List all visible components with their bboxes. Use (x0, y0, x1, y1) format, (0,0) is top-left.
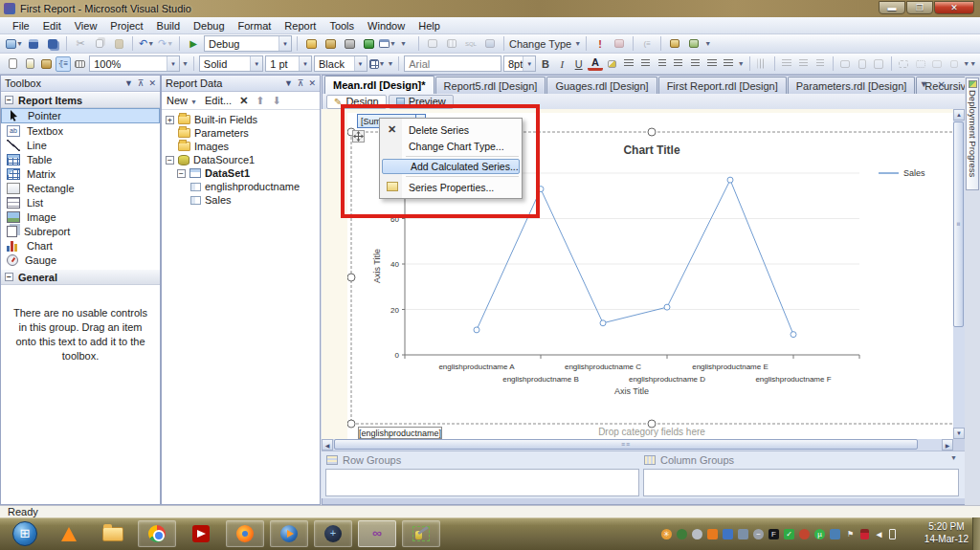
resize-handle-left[interactable] (347, 274, 355, 281)
align-tops-icon[interactable] (780, 56, 794, 72)
scrollbar-thumb[interactable]: ≡≡ (334, 439, 918, 450)
window-position-icon[interactable]: ▼ (124, 78, 133, 88)
resize-handle-bottom-left[interactable] (347, 420, 355, 428)
close-document-icon[interactable]: ✕ (938, 79, 946, 90)
tree-item-dataset1[interactable]: −DataSet1 (162, 166, 320, 180)
edit-button[interactable]: Edit... (205, 95, 232, 106)
toolbox-item-rectangle[interactable]: Rectangle (1, 181, 160, 195)
close-panel-icon[interactable]: ✕ (308, 78, 316, 88)
menu-item-add-calculated-series[interactable]: Add Calculated Series... (382, 159, 520, 174)
tray-flag-icon[interactable]: ⚑ (845, 529, 856, 539)
drop-category-hint[interactable]: Drop category fields here (598, 427, 705, 437)
add-new-icon[interactable] (666, 36, 683, 52)
tree-item-sales[interactable]: Sales (162, 193, 320, 207)
ruler-icon[interactable] (73, 56, 87, 72)
menu-help[interactable]: Help (412, 18, 447, 33)
redo-icon[interactable]: ↷▼ (157, 36, 174, 52)
tree-item-englishproductname[interactable]: englishproductname (162, 180, 320, 193)
chart-title[interactable]: Chart Title (623, 143, 679, 157)
new-menu-button[interactable]: New ▼ (167, 95, 197, 106)
grid-icon[interactable] (443, 36, 460, 52)
center-vertical-icon[interactable] (947, 56, 961, 72)
font-color-icon[interactable]: A (588, 57, 602, 71)
make-equal-icon[interactable] (897, 56, 911, 72)
collapse-icon[interactable]: − (177, 169, 186, 178)
start-debug-icon[interactable]: ▶ (185, 36, 202, 52)
scroll-down-icon[interactable]: ▼ (953, 428, 965, 439)
tab-report5-rdl[interactable]: Report5.rdl [Design] (435, 77, 546, 94)
tab-list-dropdown-icon[interactable]: ▼ (920, 79, 928, 90)
same-width-icon[interactable] (838, 56, 853, 72)
pin-icon[interactable]: ⊼ (138, 78, 145, 88)
category-field-chip[interactable]: [englishproductname] (358, 427, 442, 439)
toolbox-item-textbox[interactable]: ab Textbox (1, 123, 160, 138)
toolbox-group-general[interactable]: −General (1, 269, 160, 285)
collapse-icon[interactable]: − (166, 156, 174, 165)
tray-shield-icon[interactable] (830, 529, 840, 539)
menu-debug[interactable]: Debug (187, 18, 231, 33)
cut-icon[interactable]: ✂ (72, 36, 89, 52)
taskbar-vlc[interactable] (50, 520, 88, 547)
taskbar-firefox[interactable] (226, 520, 264, 547)
sql-icon[interactable]: SQL (462, 36, 479, 52)
size-to-grid-icon[interactable] (913, 56, 927, 72)
borders-icon[interactable]: ▼ (369, 56, 386, 72)
align-lefts-icon[interactable] (755, 56, 769, 72)
paste-icon[interactable] (110, 36, 127, 52)
tray-flash-icon[interactable]: F (768, 529, 779, 539)
new-project-icon[interactable]: ▼ (6, 36, 23, 52)
font-combo[interactable]: Arial (404, 55, 501, 72)
taskbar-clock[interactable]: 5:20 PM 14-Mar-12 (924, 520, 969, 545)
underline-icon[interactable]: U (571, 56, 586, 72)
menu-item-change-chart-type[interactable]: Change Chart Type... (381, 138, 521, 154)
taskbar-chrome[interactable] (138, 520, 176, 547)
numbered-list-icon[interactable] (671, 56, 685, 72)
border-color-combo[interactable]: Black▼ (314, 55, 368, 72)
start-button[interactable]: ⊞ (6, 520, 44, 547)
toolbox-item-subreport[interactable]: Subreport (1, 224, 160, 238)
other-windows-icon[interactable]: ▼ (379, 36, 396, 52)
menu-edit[interactable]: Edit (36, 18, 68, 33)
save-all-icon[interactable] (44, 36, 61, 52)
taskbar-sql-bids[interactable] (402, 520, 440, 547)
tray-sync-ok-icon[interactable]: ✓ (784, 529, 794, 539)
bold-icon[interactable]: B (538, 56, 552, 72)
align-left-icon[interactable] (621, 56, 635, 72)
column-groups-box[interactable] (643, 469, 959, 496)
start-page-icon[interactable] (360, 36, 377, 52)
toolbox-item-list[interactable]: List (1, 195, 160, 209)
same-size-icon[interactable] (871, 56, 885, 72)
tray-leaf-icon[interactable] (677, 529, 687, 539)
resize-handle-top[interactable] (648, 128, 656, 136)
taskbar-media-player[interactable] (270, 520, 308, 547)
row-groups-box[interactable] (325, 469, 639, 496)
scroll-up-icon[interactable]: ▲ (953, 109, 965, 121)
scroll-left-icon[interactable]: ◀ (322, 439, 333, 451)
taskbar-adobe-reader[interactable] (182, 520, 220, 547)
pin-icon[interactable]: ⊼ (298, 78, 304, 88)
close-panel-icon[interactable]: ✕ (148, 78, 156, 88)
scroll-right-icon[interactable]: ▶ (942, 439, 953, 451)
menu-project[interactable]: Project (103, 18, 149, 33)
move-up-icon[interactable]: ⬆ (256, 95, 264, 107)
menu-report[interactable]: Report (278, 18, 323, 33)
report-properties-icon[interactable] (39, 56, 54, 72)
menu-format[interactable]: Format (232, 18, 278, 33)
menu-file[interactable]: File (6, 18, 36, 33)
toolbox-item-gauge[interactable]: Gauge (1, 253, 160, 267)
debug-config-combo[interactable]: Debug▼ (204, 35, 292, 52)
show-desktop-button[interactable] (972, 517, 980, 550)
window-position-icon[interactable]: ▼ (284, 78, 293, 88)
copy-icon[interactable] (91, 36, 108, 52)
toolbox-item-table[interactable]: Table (1, 152, 160, 166)
tray-utorrent-icon[interactable]: µ (814, 529, 825, 539)
toolbox-item-matrix[interactable]: Matrix (1, 166, 160, 181)
menu-window[interactable]: Window (361, 18, 412, 33)
tray-app-orange-icon[interactable]: ✳ (661, 529, 672, 539)
tree-item-datasource1[interactable]: −DataSource1 (162, 153, 320, 166)
tray-battery-icon[interactable] (889, 529, 896, 539)
menu-item-series-properties[interactable]: Series Properties... (381, 179, 521, 195)
undo-icon[interactable]: ↶▼ (138, 36, 155, 52)
properties-window-icon[interactable] (322, 36, 339, 52)
tab-guages-rdl[interactable]: Guages.rdl [Design] (546, 77, 657, 94)
